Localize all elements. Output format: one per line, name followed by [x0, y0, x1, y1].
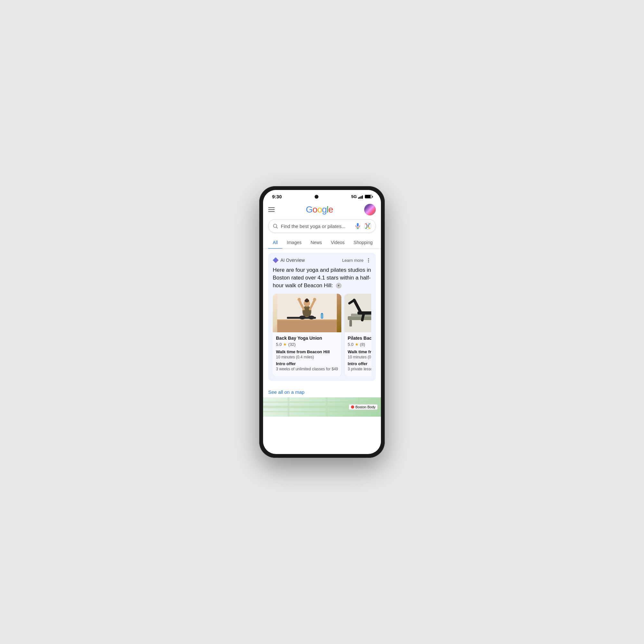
svg-line-37 [362, 313, 364, 320]
ai-diamond-icon [273, 257, 279, 263]
svg-rect-23 [321, 313, 323, 314]
menu-line-1 [268, 207, 275, 208]
tab-videos[interactable]: Videos [327, 237, 349, 249]
dot-1 [368, 258, 369, 259]
studio-name-yoga: Back Bay Yoga Union [276, 336, 338, 341]
tab-shopping[interactable]: Shopping [349, 237, 377, 249]
map-location-dot [351, 405, 354, 409]
studio-name-pilates: Pilates Back Bay [348, 336, 371, 341]
tab-images[interactable]: Images [282, 237, 306, 249]
svg-point-19 [313, 298, 316, 301]
ai-label: AI Overview [273, 257, 305, 263]
search-query: Find the best yoga or pilates... [281, 223, 352, 229]
ai-description: Here are four yoga and pilates studios i… [273, 266, 371, 289]
status-time: 9:30 [272, 194, 282, 199]
rating-value-pilates: 5.0 [348, 342, 354, 347]
review-count-yoga: (32) [288, 342, 296, 347]
studio-rating-yoga: 5.0 ★ (32) [276, 342, 338, 347]
svg-point-21 [308, 316, 315, 319]
svg-point-18 [298, 298, 301, 301]
svg-rect-30 [349, 320, 352, 327]
star-icon-pilates: ★ [355, 342, 359, 347]
card-body-pilates: Pilates Back Bay 5.0 ★ (8) Walk time fro… [345, 332, 371, 376]
svg-point-6 [367, 225, 369, 227]
logo-g: G [306, 204, 313, 215]
app-content[interactable]: Google Find the best yoga or pilates... [263, 201, 381, 452]
map-preview[interactable]: Boston Body [263, 397, 381, 417]
offer-value-yoga: 3 weeks of unlimited classes for $49 [276, 367, 338, 371]
yoga-figure-svg [277, 294, 337, 332]
pilates-image [345, 294, 371, 332]
user-avatar[interactable] [364, 204, 376, 215]
signal-bars [358, 195, 363, 199]
offer-title-yoga: Intro offer [276, 361, 338, 366]
review-count-pilates: (8) [360, 342, 365, 347]
menu-button[interactable] [268, 207, 275, 212]
network-label: 5G [351, 194, 357, 199]
walk-title-pilates: Walk time from Beac [348, 349, 371, 354]
signal-bar-4 [362, 195, 363, 199]
signal-bar-1 [358, 197, 359, 199]
svg-rect-22 [321, 314, 323, 319]
map-label: Boston Body [349, 404, 378, 410]
search-icon [272, 223, 278, 229]
tab-news[interactable]: News [306, 237, 326, 249]
learn-more-button[interactable]: Learn more [342, 258, 364, 263]
walk-value-pilates: 10 minutes (0.4 miles [348, 355, 371, 359]
logo-o1: o [313, 204, 317, 215]
filter-tabs: All Images News Videos Shopping Pers [263, 237, 381, 249]
card-image-yoga [273, 294, 341, 332]
ai-overview-label: AI Overview [280, 258, 305, 263]
tab-pers[interactable]: Pers [377, 237, 381, 249]
signal-bar-2 [359, 197, 360, 199]
google-logo: Google [306, 204, 333, 215]
studio-card-pilates[interactable]: Pilates Back Bay 5.0 ★ (8) Walk time fro… [345, 294, 371, 376]
battery-fill [365, 195, 371, 198]
menu-line-2 [268, 209, 275, 210]
signal-bar-3 [361, 196, 362, 199]
menu-line-3 [268, 211, 275, 212]
svg-point-15 [306, 298, 308, 301]
logo-e: e [328, 204, 333, 215]
status-bar: 9:30 5G [263, 190, 381, 201]
offer-value-pilates: 3 private lessons for $250 [348, 367, 371, 371]
card-image-pilates [345, 294, 371, 332]
rating-value-yoga: 5.0 [276, 342, 282, 347]
star-icon-yoga: ★ [283, 342, 287, 347]
yoga-image [273, 294, 341, 332]
more-options-icon[interactable] [365, 257, 371, 263]
dot-2 [368, 260, 369, 261]
walk-value-yoga: 10 minutes (0.4 miles) [276, 355, 338, 359]
status-icons: 5G [351, 194, 372, 199]
offer-title-pilates: Intro offer [348, 361, 371, 366]
logo-o2: o [317, 204, 322, 215]
expand-chevron[interactable]: ▾ [336, 283, 342, 289]
svg-rect-2 [357, 223, 359, 227]
studio-rating-pilates: 5.0 ★ (8) [348, 342, 371, 347]
phone-screen: 9:30 5G [263, 190, 381, 454]
pilates-figure-svg [345, 294, 371, 332]
svg-rect-7 [277, 319, 337, 332]
google-lens-icon[interactable] [364, 222, 372, 230]
studio-cards: Back Bay Yoga Union 5.0 ★ (32) Walk time… [273, 294, 371, 376]
phone-frame: 9:30 5G [259, 186, 385, 458]
camera-notch [315, 195, 318, 199]
svg-point-20 [299, 316, 306, 319]
svg-line-1 [276, 227, 277, 228]
ai-actions: Learn more [342, 257, 371, 263]
search-bar[interactable]: Find the best yoga or pilates... [268, 219, 376, 233]
see-all-map-link[interactable]: See all on a map [263, 385, 381, 397]
google-header: Google [263, 201, 381, 218]
map-label-text: Boston Body [355, 405, 375, 409]
logo-g2: g [322, 204, 327, 215]
tab-all[interactable]: All [268, 237, 282, 249]
ai-overview-section: AI Overview Learn more Here are four yog… [268, 253, 376, 381]
ai-overview-header: AI Overview Learn more [273, 257, 371, 263]
walk-title-yoga: Walk time from Beacon Hill [276, 349, 338, 354]
voice-search-icon[interactable] [354, 223, 361, 230]
battery-icon [365, 195, 372, 198]
card-body-yoga: Back Bay Yoga Union 5.0 ★ (32) Walk time… [273, 332, 341, 376]
dot-3 [368, 261, 369, 262]
studio-card-yoga[interactable]: Back Bay Yoga Union 5.0 ★ (32) Walk time… [273, 294, 341, 376]
